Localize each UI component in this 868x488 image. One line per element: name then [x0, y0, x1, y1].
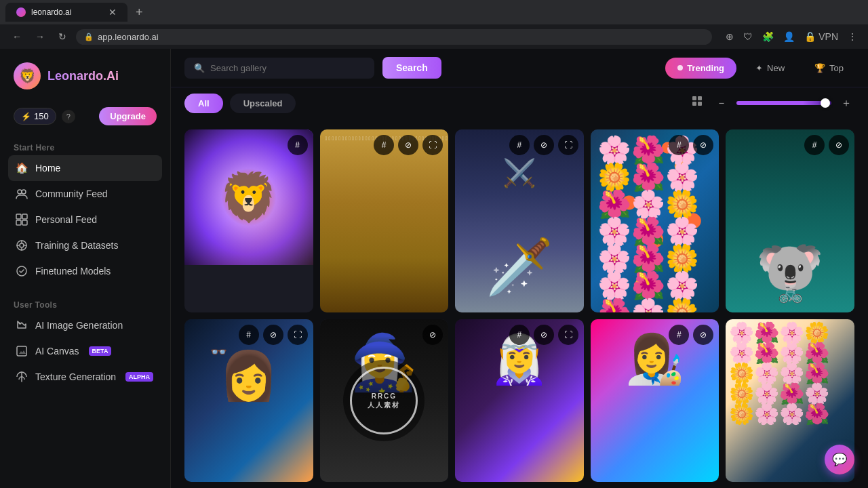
grid-controls: － ＋: [689, 93, 854, 113]
svg-point-9: [19, 323, 21, 325]
section-label-start: Start Here: [8, 138, 162, 155]
back-button[interactable]: ←: [8, 28, 26, 45]
svg-rect-14: [698, 102, 702, 106]
edit-button[interactable]: ⊘: [829, 135, 849, 155]
active-tab[interactable]: leonardo.ai ✕: [5, 3, 127, 22]
gallery-item[interactable]: 🧙‍♀️ RRCG人人素材 ⊘: [320, 319, 449, 482]
main-content: 🔍 Search Trending ✦ New 🏆 Top All Upscal…: [171, 49, 868, 488]
edit-button[interactable]: ⊘: [422, 325, 443, 345]
sidebar-logo: 🦁 Leonardo.Ai: [8, 60, 162, 92]
svg-rect-3: [22, 214, 27, 219]
vpn-button[interactable]: 🔒 VPN: [802, 28, 841, 45]
lock-icon: 🔒: [84, 33, 94, 41]
expand-button[interactable]: ⛶: [558, 135, 578, 155]
sidebar-item-label: AI Image Generation: [35, 320, 123, 331]
item-overlay: ⊘: [320, 319, 449, 350]
gallery-item[interactable]: 👩‍🎨 # ⊘: [591, 319, 719, 482]
item-overlay: #: [184, 129, 313, 161]
gallery-item[interactable]: 𓀀𓀁𓀂𓀃𓀄𓀅𓀆𓀇𓀈𓀉𓀊𓀋𓀌𓀍𓀎𓀏𓀐𓀑𓀒𓀓𓀔𓀕𓀖𓀗𓀘𓀙𓀚𓀛𓀜𓀝𓀞𓀟𓀠𓀡𓀢𓀣𓀤𓀥𓁀𓁁…: [320, 129, 449, 312]
trending-indicator: [677, 65, 683, 70]
filter-upscaled-button[interactable]: Upscaled: [230, 94, 296, 113]
shield-icon[interactable]: 🛡: [741, 28, 755, 45]
search-icon: 🔍: [194, 63, 205, 73]
search-button[interactable]: Search: [382, 57, 441, 79]
edit-button[interactable]: ⊘: [693, 325, 713, 345]
zoom-out-button[interactable]: －: [713, 94, 730, 113]
bookmark-button[interactable]: ⊕: [723, 28, 736, 45]
trending-button[interactable]: Trending: [665, 58, 736, 79]
remix-button[interactable]: #: [669, 325, 689, 345]
credits-badge: ⚡ 150: [14, 108, 56, 125]
sidebar-item-home[interactable]: 🏠 Home: [8, 155, 162, 181]
remix-button[interactable]: #: [239, 325, 259, 345]
remix-button[interactable]: #: [669, 135, 689, 155]
grid-view-button[interactable]: [689, 93, 707, 113]
tab-bar: leonardo.ai ✕ +: [0, 0, 868, 24]
edit-button[interactable]: ⊘: [693, 135, 713, 155]
new-button[interactable]: ✦ New: [745, 58, 795, 79]
personal-feed-icon: [15, 213, 28, 226]
top-button[interactable]: 🏆 Top: [804, 58, 854, 79]
zoom-slider[interactable]: [736, 101, 831, 105]
search-input[interactable]: [210, 63, 365, 73]
gallery-item[interactable]: 🧝‍♀️ # ⊘ ⛶: [455, 319, 584, 482]
remix-button[interactable]: #: [288, 135, 308, 155]
sidebar-item-label: Finetuned Models: [35, 266, 111, 277]
edit-button[interactable]: ⊘: [263, 325, 283, 345]
remix-button[interactable]: #: [509, 325, 530, 345]
reload-button[interactable]: ↻: [54, 28, 71, 45]
svg-rect-12: [698, 96, 702, 100]
sidebar-item-texture[interactable]: Texture Generation ALPHA: [8, 364, 162, 390]
gallery: 🦁 # 𓀀𓀁𓀂𓀃𓀄𓀅𓀆𓀇𓀈𓀉𓀊𓀋𓀌𓀍𓀎𓀏𓀐𓀑𓀒𓀓𓀔𓀕𓀖𓀗𓀘𓀙𓀚𓀛𓀜𓀝𓀞𓀟𓀠𓀡𓀢𓀣…: [171, 119, 868, 488]
new-tab-button[interactable]: +: [130, 5, 149, 20]
address-bar[interactable]: 🔒 app.leonardo.ai: [76, 29, 712, 45]
expand-button[interactable]: ⛶: [288, 325, 308, 345]
svg-point-1: [22, 190, 26, 194]
profile-button[interactable]: 👤: [781, 28, 797, 45]
chat-button[interactable]: 💬: [825, 445, 854, 474]
credits-info-button[interactable]: ?: [62, 110, 75, 123]
sidebar-item-ai-image[interactable]: AI Image Generation: [8, 312, 162, 338]
section-label-tools: User Tools: [8, 295, 162, 312]
sidebar-item-ai-canvas[interactable]: AI Canvas BETA: [8, 338, 162, 364]
gallery-item[interactable]: 👩 👓 # ⊘ ⛶: [184, 319, 313, 482]
remix-button[interactable]: #: [509, 135, 530, 155]
filter-all-button[interactable]: All: [184, 94, 223, 113]
svg-rect-13: [692, 102, 696, 106]
item-overlay: # ⊘ ⛶: [455, 129, 584, 161]
new-icon: ✦: [755, 63, 763, 73]
forward-button[interactable]: →: [31, 28, 49, 45]
tab-title: leonardo.ai: [31, 7, 71, 17]
item-overlay: # ⊘ ⛶: [184, 319, 313, 350]
gallery-item[interactable]: 🐨 🚲 # ⊘: [726, 129, 854, 312]
sidebar-item-label: Personal Feed: [35, 214, 97, 225]
ai-image-icon: [15, 319, 28, 332]
edit-button[interactable]: ⊘: [534, 135, 554, 155]
sidebar-item-finetuned[interactable]: Finetuned Models: [8, 258, 162, 284]
extensions-button[interactable]: 🧩: [760, 28, 776, 45]
edit-button[interactable]: ⊘: [534, 325, 554, 345]
svg-rect-11: [692, 96, 696, 100]
item-overlay: # ⊘: [591, 129, 719, 161]
remix-button[interactable]: #: [804, 135, 825, 155]
chat-icon: 💬: [832, 452, 847, 467]
alpha-badge: ALPHA: [125, 372, 153, 382]
gallery-item[interactable]: 🌸🌺🌸🌼🌺🌸🌺🌸🌼🌸🌺🌸🌸🌺🌼🌸🌺🌸🌺🌸🌼🌺🌸🌸🌺🌸 # ⊘: [591, 129, 719, 312]
sidebar-item-label: Home: [35, 163, 60, 174]
remix-button[interactable]: #: [374, 135, 394, 155]
zoom-thumb: [821, 98, 830, 108]
gallery-item[interactable]: 🗡️ ⚔️ # ⊘ ⛶: [455, 129, 584, 312]
sidebar-item-community-feed[interactable]: Community Feed: [8, 181, 162, 207]
expand-button[interactable]: ⛶: [558, 325, 578, 345]
zoom-in-button[interactable]: ＋: [838, 94, 854, 113]
expand-button[interactable]: ⛶: [422, 135, 443, 155]
sidebar-item-training[interactable]: Training & Datasets: [8, 232, 162, 258]
menu-button[interactable]: ⋮: [845, 28, 860, 45]
gallery-item[interactable]: 🦁 #: [184, 129, 313, 312]
nav-bar: ← → ↻ 🔒 app.leonardo.ai ⊕ 🛡 🧩 👤 🔒 VPN ⋮: [0, 24, 868, 49]
tab-close-button[interactable]: ✕: [108, 7, 117, 18]
sidebar-item-personal-feed[interactable]: Personal Feed: [8, 207, 162, 232]
svg-point-7: [20, 243, 24, 247]
edit-button[interactable]: ⊘: [398, 135, 418, 155]
upgrade-button[interactable]: Upgrade: [99, 107, 157, 125]
